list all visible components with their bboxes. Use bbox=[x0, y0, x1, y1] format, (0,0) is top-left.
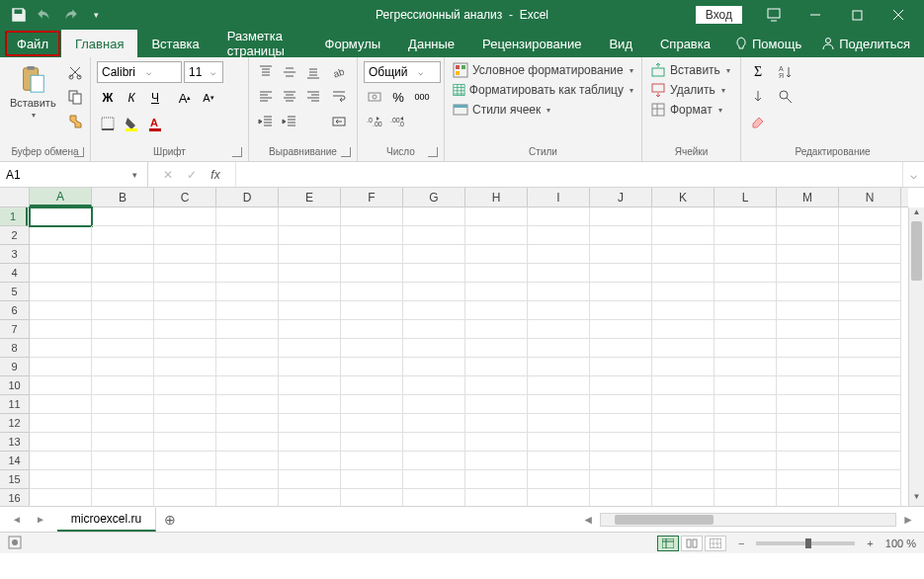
cell[interactable] bbox=[777, 433, 839, 452]
cell[interactable] bbox=[30, 245, 92, 264]
cell[interactable] bbox=[652, 320, 714, 339]
zoom-level[interactable]: 100 % bbox=[885, 538, 916, 549]
currency-icon[interactable] bbox=[364, 86, 385, 108]
fx-icon[interactable]: fx bbox=[206, 165, 225, 185]
cell[interactable] bbox=[652, 452, 714, 470]
cell[interactable] bbox=[528, 376, 590, 395]
cell[interactable] bbox=[30, 358, 92, 376]
cell[interactable] bbox=[30, 264, 92, 283]
cell[interactable] bbox=[839, 489, 901, 506]
cell[interactable] bbox=[590, 376, 652, 395]
column-header[interactable]: G bbox=[403, 188, 465, 207]
cell[interactable] bbox=[341, 301, 403, 320]
cell[interactable] bbox=[154, 376, 216, 395]
cell[interactable] bbox=[714, 283, 777, 301]
cell[interactable] bbox=[30, 207, 92, 226]
cell[interactable] bbox=[839, 376, 901, 395]
cell[interactable] bbox=[279, 207, 341, 226]
cell[interactable] bbox=[154, 226, 216, 245]
column-header[interactable]: F bbox=[341, 188, 403, 207]
cell[interactable] bbox=[341, 395, 403, 414]
cell[interactable] bbox=[30, 452, 92, 470]
cell[interactable] bbox=[30, 433, 92, 452]
cell[interactable] bbox=[154, 358, 216, 376]
cell[interactable] bbox=[714, 226, 777, 245]
cell[interactable] bbox=[92, 414, 154, 433]
cell[interactable] bbox=[403, 470, 465, 489]
font-color-icon[interactable]: A bbox=[144, 113, 166, 134]
column-header[interactable]: E bbox=[279, 188, 341, 207]
cell[interactable] bbox=[30, 339, 92, 358]
cell[interactable] bbox=[92, 245, 154, 264]
select-all-corner[interactable] bbox=[0, 188, 30, 207]
cell[interactable] bbox=[154, 264, 216, 283]
cell[interactable] bbox=[92, 301, 154, 320]
cell[interactable] bbox=[92, 433, 154, 452]
tell-me-button[interactable]: Помощь bbox=[724, 37, 811, 51]
decrease-font-icon[interactable]: A▾ bbox=[198, 87, 219, 109]
cell[interactable] bbox=[154, 245, 216, 264]
tab-formulas[interactable]: Формулы bbox=[311, 30, 395, 57]
cell[interactable] bbox=[341, 283, 403, 301]
cell[interactable] bbox=[465, 433, 528, 452]
cell[interactable] bbox=[30, 320, 92, 339]
cell[interactable] bbox=[590, 489, 652, 506]
cell[interactable] bbox=[839, 301, 901, 320]
align-bottom-icon[interactable] bbox=[302, 61, 324, 83]
cell[interactable] bbox=[590, 320, 652, 339]
cell[interactable] bbox=[714, 339, 777, 358]
name-box-input[interactable] bbox=[6, 168, 128, 182]
cell[interactable] bbox=[30, 395, 92, 414]
cell[interactable] bbox=[341, 320, 403, 339]
cell[interactable] bbox=[590, 358, 652, 376]
cell[interactable] bbox=[216, 301, 279, 320]
cell[interactable] bbox=[154, 320, 216, 339]
conditional-formatting-button[interactable]: Условное форматирование▾ bbox=[451, 61, 635, 79]
row-header[interactable]: 15 bbox=[0, 470, 29, 489]
cell[interactable] bbox=[403, 376, 465, 395]
cell[interactable] bbox=[403, 301, 465, 320]
bold-button[interactable]: Ж bbox=[97, 87, 119, 109]
cell[interactable] bbox=[528, 301, 590, 320]
cell[interactable] bbox=[714, 358, 777, 376]
cell[interactable] bbox=[714, 245, 777, 264]
orientation-icon[interactable]: ab bbox=[328, 61, 350, 83]
cell[interactable] bbox=[652, 489, 714, 506]
cell[interactable] bbox=[341, 207, 403, 226]
cell[interactable] bbox=[652, 414, 714, 433]
cell[interactable] bbox=[341, 470, 403, 489]
scroll-up-icon[interactable]: ▲ bbox=[909, 207, 924, 221]
cell[interactable] bbox=[92, 283, 154, 301]
normal-view-icon[interactable] bbox=[657, 536, 679, 551]
cell[interactable] bbox=[714, 414, 777, 433]
sheet-nav-prev-icon[interactable]: ◄ bbox=[8, 512, 26, 527]
cell[interactable] bbox=[777, 395, 839, 414]
cell[interactable] bbox=[154, 489, 216, 506]
cell[interactable] bbox=[216, 320, 279, 339]
cell[interactable] bbox=[590, 339, 652, 358]
fill-icon[interactable] bbox=[747, 86, 769, 108]
align-middle-icon[interactable] bbox=[279, 61, 300, 83]
cell[interactable] bbox=[714, 301, 777, 320]
close-icon[interactable] bbox=[879, 0, 918, 30]
cell[interactable] bbox=[465, 226, 528, 245]
cell[interactable] bbox=[216, 207, 279, 226]
cell[interactable] bbox=[652, 433, 714, 452]
cell[interactable] bbox=[216, 226, 279, 245]
cell[interactable] bbox=[403, 339, 465, 358]
cancel-formula-icon[interactable]: ✕ bbox=[158, 165, 178, 185]
cell[interactable] bbox=[839, 433, 901, 452]
maximize-icon[interactable] bbox=[837, 0, 877, 30]
column-header[interactable]: K bbox=[652, 188, 714, 207]
row-header[interactable]: 3 bbox=[0, 245, 29, 264]
cell[interactable] bbox=[714, 470, 777, 489]
align-top-icon[interactable] bbox=[255, 61, 277, 83]
cell[interactable] bbox=[465, 283, 528, 301]
cell-styles-button[interactable]: Стили ячеек▾ bbox=[451, 101, 635, 119]
cell[interactable] bbox=[403, 395, 465, 414]
share-button[interactable]: Поделиться bbox=[811, 37, 920, 51]
cell[interactable] bbox=[92, 207, 154, 226]
cell[interactable] bbox=[652, 376, 714, 395]
cell[interactable] bbox=[590, 301, 652, 320]
cell[interactable] bbox=[839, 414, 901, 433]
